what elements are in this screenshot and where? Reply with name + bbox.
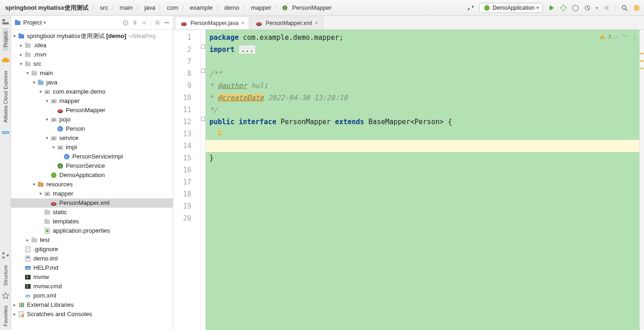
breadcrumb-item[interactable]: example — [189, 3, 214, 12]
chevron-down-icon[interactable]: ▾ — [18, 59, 24, 69]
breadcrumb-item[interactable]: java — [143, 3, 157, 12]
tree-folder-resources[interactable]: ▾resources — [11, 180, 173, 189]
chevron-right-icon[interactable]: ▸ — [24, 235, 31, 245]
breadcrumb-item[interactable]: mapper — [249, 3, 272, 12]
tree-file-mvnw[interactable]: $mvnw — [11, 273, 173, 282]
breadcrumb-item[interactable]: main — [118, 3, 134, 12]
chevron-down-icon[interactable]: ▾ — [50, 143, 57, 152]
chevron-down-icon[interactable]: ﹀ — [623, 32, 629, 41]
chevron-down-icon[interactable]: ▾ — [11, 32, 18, 41]
tree-file-help-md[interactable]: MDHELP.md — [11, 263, 173, 273]
tree-folder-src[interactable]: ▾src — [11, 59, 173, 69]
project-tool-icon[interactable] — [1, 18, 10, 26]
sync-icon[interactable] — [633, 4, 640, 12]
chevron-right-icon[interactable]: ▸ — [11, 310, 18, 319]
tree-folder-test[interactable]: ▸test — [11, 235, 173, 245]
breadcrumb-item[interactable]: springboot mybatisx使用测试 — [4, 3, 90, 13]
chevron-down-icon[interactable]: ▾ — [44, 133, 50, 143]
fold-toggle-icon[interactable] — [201, 44, 205, 49]
stop-icon[interactable] — [603, 4, 610, 12]
tree-folder-main[interactable]: ▾main — [11, 69, 173, 78]
tree-interface-person-service[interactable]: IPersonService — [11, 161, 173, 171]
chevron-down-icon[interactable]: ▾ — [31, 180, 37, 189]
tree-package-pojo[interactable]: ▾pojo — [11, 115, 173, 124]
tree-root[interactable]: ▾ springboot mybatisx使用测试 [demo] ~/IdeaP… — [11, 32, 173, 41]
tree-external-libs[interactable]: ▸External Libraries — [11, 300, 173, 310]
tree-package-mapper[interactable]: ▾mapper — [11, 96, 173, 106]
tree-package-impl[interactable]: ▾impl — [11, 143, 173, 152]
link-icon[interactable] — [1, 128, 10, 137]
tree-class-psi[interactable]: CPersonServiceImpl — [11, 152, 173, 161]
chevron-down-icon[interactable]: ▾ — [37, 189, 44, 198]
tree-folder-idea[interactable]: ▸.idea — [11, 41, 173, 50]
favorites-icon[interactable] — [1, 292, 10, 300]
project-view-selector[interactable]: Project ▾ — [14, 19, 46, 26]
coverage-icon[interactable] — [572, 4, 579, 12]
project-tool-button[interactable]: Project — [3, 28, 8, 51]
run-icon[interactable] — [548, 4, 555, 12]
tree-folder-mvn[interactable]: ▸.mvn — [11, 50, 173, 59]
expand-all-icon[interactable] — [132, 19, 138, 26]
warning-marker[interactable] — [640, 53, 644, 54]
breadcrumb-item[interactable]: PersonMapper — [291, 3, 333, 12]
editor-inspection-widget[interactable]: 3 ︿ ﹀ ⋮ — [600, 32, 638, 41]
tree-file-gitignore[interactable]: .gitignore — [11, 245, 173, 254]
more-icon[interactable]: ⋮ — [631, 33, 638, 40]
run-configuration-selector[interactable]: DemoApplication ▾ — [479, 3, 543, 13]
fold-toggle-icon[interactable] — [201, 117, 205, 121]
fold-strip[interactable] — [201, 30, 206, 330]
chevron-down-icon[interactable]: ▾ — [37, 87, 44, 96]
tree-folder-templates[interactable]: templates — [11, 217, 173, 226]
tree-class-person[interactable]: CPerson — [11, 124, 173, 133]
collapse-all-icon[interactable] — [141, 19, 147, 26]
favorites-tool-button[interactable]: Favorites — [3, 302, 8, 330]
profile-icon[interactable] — [584, 4, 591, 12]
chevron-right-icon[interactable]: ▸ — [18, 50, 24, 59]
tree-file-iml[interactable]: demo.iml — [11, 254, 173, 263]
line-number-gutter[interactable]: 1 2 7 8 9 10 11 12 13 14 15 16 17 18 19 … — [173, 30, 201, 330]
tree-folder-mapper-res[interactable]: ▾mapper — [11, 189, 173, 198]
tree-file-app-props[interactable]: application.properties — [11, 226, 173, 235]
code-editor[interactable]: 1 2 7 8 9 10 11 12 13 14 15 16 17 18 19 … — [173, 30, 644, 330]
folded-region[interactable]: ... — [239, 45, 256, 54]
breadcrumb-item[interactable]: com — [165, 3, 180, 12]
gear-icon[interactable] — [154, 19, 161, 26]
chevron-down-icon[interactable]: ▾ — [44, 115, 50, 124]
chevron-up-icon[interactable]: ︿ — [614, 32, 620, 41]
close-icon[interactable]: × — [241, 20, 244, 26]
tree-file-person-mapper[interactable]: PersonMapper — [11, 106, 173, 115]
breadcrumb-item[interactable]: demo — [223, 3, 241, 12]
close-icon[interactable]: × — [315, 20, 318, 26]
code-content[interactable]: package com.example.demo.mapper; import … — [206, 30, 644, 330]
search-icon[interactable] — [621, 4, 628, 12]
build-icon[interactable] — [467, 4, 474, 12]
fold-toggle-icon[interactable] — [201, 69, 205, 73]
tree-package[interactable]: ▾com.example.demo — [11, 87, 173, 96]
select-opened-icon[interactable] — [122, 19, 129, 26]
intention-bulb-icon[interactable] — [216, 128, 223, 135]
tree-class-demo-app[interactable]: DemoApplication — [11, 171, 173, 180]
tree-package-service[interactable]: ▾service — [11, 133, 173, 143]
tree-folder-static[interactable]: static — [11, 208, 173, 217]
chevron-right-icon[interactable]: ▸ — [11, 300, 18, 310]
chevron-right-icon[interactable]: ▸ — [18, 41, 24, 50]
tree-file-pom[interactable]: mpom.xml — [11, 291, 173, 300]
tree-file-person-mapper-xml[interactable]: PersonMapper.xml — [11, 198, 173, 208]
error-stripe[interactable] — [639, 30, 644, 330]
alibaba-cloud-tool-button[interactable]: Alibaba Cloud Explorer — [3, 67, 8, 127]
structure-tool-button[interactable]: Structure — [3, 261, 8, 290]
editor-tab[interactable]: PersonMapper.java × — [175, 17, 249, 29]
debug-icon[interactable] — [560, 4, 567, 12]
tree-folder-java[interactable]: ▾java — [11, 78, 173, 87]
warning-marker[interactable] — [640, 60, 644, 62]
project-tree[interactable]: ▾ springboot mybatisx使用测试 [demo] ~/IdeaP… — [11, 30, 173, 330]
chevron-down-icon[interactable]: ▾ — [24, 69, 31, 78]
hide-icon[interactable] — [164, 19, 170, 26]
tree-scratches[interactable]: ▸Scratches and Consoles — [11, 310, 173, 319]
chevron-down-icon[interactable]: ▾ — [31, 78, 37, 87]
structure-tool-icon[interactable] — [1, 251, 10, 260]
editor-tab[interactable]: PersonMapper.xml × — [250, 17, 323, 29]
chevron-down-icon[interactable]: ▾ — [44, 96, 50, 106]
warning-marker[interactable] — [640, 68, 644, 69]
cloud-icon[interactable] — [1, 57, 10, 65]
